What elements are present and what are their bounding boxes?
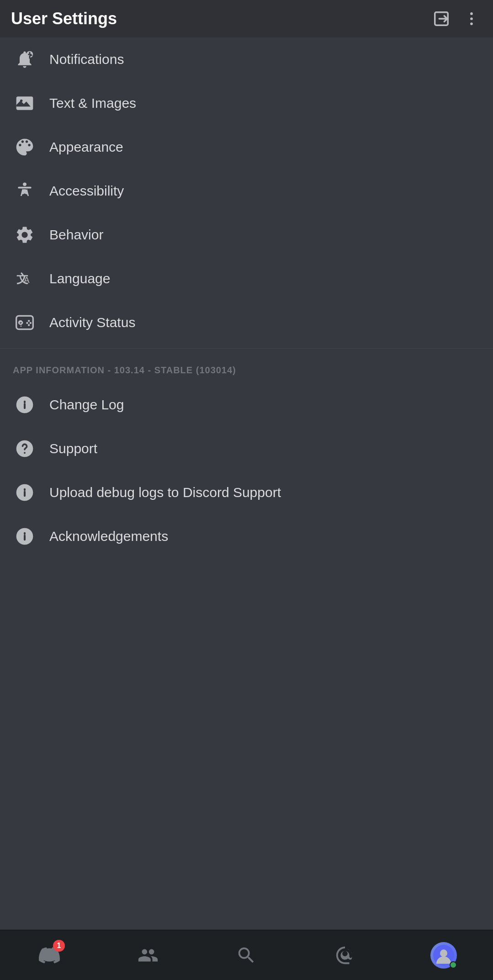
svg-point-15 <box>28 324 30 326</box>
header: User Settings <box>0 0 493 37</box>
exit-settings-button[interactable] <box>431 8 452 29</box>
header-actions <box>431 8 482 29</box>
nav-profile[interactable] <box>425 937 462 974</box>
online-status-dot <box>450 961 457 969</box>
nav-friends[interactable] <box>130 937 166 974</box>
info-debug-icon <box>13 481 37 504</box>
support-label: Support <box>49 441 97 456</box>
svg-text:?: ? <box>19 320 23 328</box>
accessibility-label: Accessibility <box>49 183 124 199</box>
help-circle-icon <box>13 437 37 461</box>
translate-icon: 文 A <box>13 267 37 291</box>
sidebar-item-language[interactable]: 文 A Language <box>0 257 493 301</box>
more-options-icon <box>463 10 480 27</box>
svg-point-20 <box>24 452 26 454</box>
at-icon <box>334 945 355 966</box>
upload-debug-label: Upload debug logs to Discord Support <box>49 485 281 500</box>
language-label: Language <box>49 271 110 286</box>
sidebar-item-support[interactable]: Support <box>0 427 493 471</box>
page-title: User Settings <box>11 9 117 28</box>
notifications-label: Notifications <box>49 52 124 67</box>
nav-mentions[interactable] <box>327 937 363 974</box>
bell-icon <box>13 48 37 71</box>
sidebar-item-text-images[interactable]: Text & Images <box>0 81 493 125</box>
svg-point-1 <box>470 12 473 15</box>
activity-status-label: Activity Status <box>49 315 135 330</box>
info-circle-icon <box>13 393 37 417</box>
main-settings-list: Notifications Text & Images Appearance <box>0 37 493 344</box>
settings-content: Notifications Text & Images Appearance <box>0 37 493 980</box>
svg-point-13 <box>28 320 30 322</box>
svg-point-24 <box>440 949 447 957</box>
sidebar-item-appearance[interactable]: Appearance <box>0 125 493 169</box>
sidebar-item-activity-status[interactable]: ? Activity Status <box>0 301 493 344</box>
app-info-section-header: APP INFORMATION - 103.14 - STABLE (10301… <box>0 352 493 383</box>
svg-point-3 <box>470 22 473 25</box>
sidebar-item-accessibility[interactable]: Accessibility <box>0 169 493 213</box>
info-ack-icon <box>13 524 37 548</box>
friends-icon <box>138 945 159 966</box>
palette-icon <box>13 135 37 159</box>
acknowledgements-label: Acknowledgements <box>49 529 168 544</box>
svg-point-6 <box>20 100 22 102</box>
more-options-button[interactable] <box>461 8 482 29</box>
sidebar-item-behavior[interactable]: Behavior <box>0 213 493 257</box>
svg-text:A: A <box>24 275 30 285</box>
section-divider <box>0 348 493 349</box>
search-icon <box>236 945 257 966</box>
sidebar-item-acknowledgements[interactable]: Acknowledgements <box>0 514 493 558</box>
exit-icon <box>433 10 450 27</box>
svg-point-14 <box>30 322 32 324</box>
svg-point-16 <box>26 322 28 324</box>
gear-icon <box>13 223 37 247</box>
appearance-label: Appearance <box>49 139 123 155</box>
sidebar-item-change-log[interactable]: Change Log <box>0 383 493 427</box>
image-icon <box>13 91 37 115</box>
app-info-list: Change Log Support Upload debug logs to … <box>0 383 493 558</box>
controller-icon: ? <box>13 311 37 334</box>
sidebar-item-notifications[interactable]: Notifications <box>0 37 493 81</box>
sidebar-item-upload-debug[interactable]: Upload debug logs to Discord Support <box>0 471 493 514</box>
nav-search[interactable] <box>228 937 265 974</box>
nav-badge: 1 <box>53 940 65 952</box>
bottom-navigation: 1 <box>0 930 493 980</box>
behavior-label: Behavior <box>49 227 103 243</box>
text-images-label: Text & Images <box>49 95 136 111</box>
nav-home[interactable]: 1 <box>31 937 68 974</box>
accessibility-icon <box>13 179 37 203</box>
change-log-label: Change Log <box>49 397 124 413</box>
svg-point-2 <box>470 17 473 20</box>
avatar-container <box>430 942 457 969</box>
